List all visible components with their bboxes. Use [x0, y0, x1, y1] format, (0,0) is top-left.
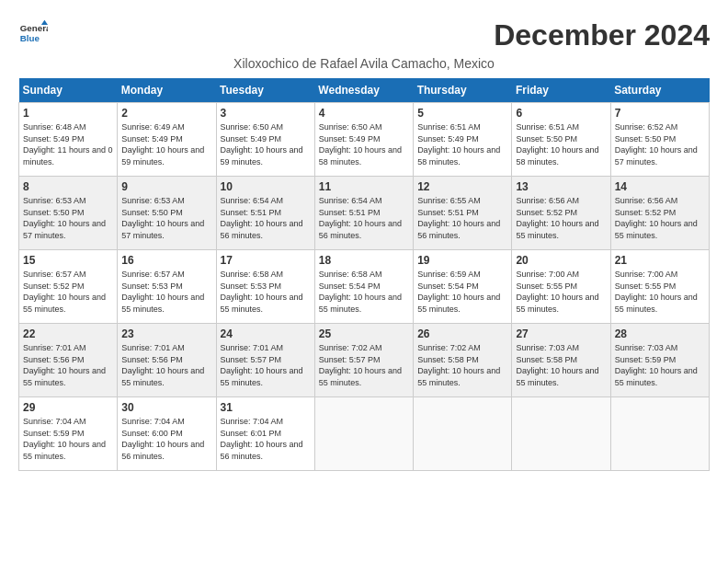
day-info: Sunrise: 6:49 AMSunset: 5:49 PMDaylight:… — [121, 122, 204, 167]
day-info: Sunrise: 7:01 AMSunset: 5:56 PMDaylight:… — [121, 343, 204, 387]
day-info: Sunrise: 6:58 AMSunset: 5:53 PMDaylight:… — [221, 270, 303, 314]
table-row: 8 Sunrise: 6:53 AMSunset: 5:50 PMDayligh… — [19, 177, 118, 250]
calendar-week-2: 8 Sunrise: 6:53 AMSunset: 5:50 PMDayligh… — [19, 177, 710, 250]
table-row — [414, 397, 512, 471]
table-row — [610, 397, 709, 471]
table-row: 28 Sunrise: 7:03 AMSunset: 5:59 PMDaylig… — [610, 324, 709, 397]
day-info: Sunrise: 6:50 AMSunset: 5:49 PMDaylight:… — [221, 122, 303, 167]
col-tuesday: Tuesday — [216, 78, 314, 103]
table-row: 15 Sunrise: 6:57 AMSunset: 5:52 PMDaylig… — [19, 250, 118, 324]
day-number: 15 — [23, 254, 113, 267]
svg-text:Blue: Blue — [20, 33, 40, 43]
day-number: 28 — [615, 327, 705, 340]
day-number: 4 — [319, 107, 409, 120]
day-number: 18 — [319, 254, 409, 267]
day-number: 3 — [221, 107, 311, 120]
day-number: 11 — [319, 180, 409, 193]
table-row: 18 Sunrise: 6:58 AMSunset: 5:54 PMDaylig… — [314, 250, 413, 324]
day-number: 27 — [516, 327, 606, 340]
day-number: 13 — [516, 180, 606, 193]
table-row — [512, 397, 610, 471]
day-info: Sunrise: 6:53 AMSunset: 5:50 PMDaylight:… — [121, 196, 204, 240]
day-number: 7 — [615, 107, 705, 120]
table-row: 12 Sunrise: 6:55 AMSunset: 5:51 PMDaylig… — [414, 177, 512, 250]
table-row: 7 Sunrise: 6:52 AMSunset: 5:50 PMDayligh… — [610, 103, 709, 177]
calendar-week-3: 15 Sunrise: 6:57 AMSunset: 5:52 PMDaylig… — [19, 250, 710, 324]
day-number: 30 — [121, 401, 211, 414]
day-info: Sunrise: 7:03 AMSunset: 5:59 PMDaylight:… — [615, 343, 698, 387]
day-info: Sunrise: 6:59 AMSunset: 5:54 PMDaylight:… — [417, 270, 500, 314]
day-info: Sunrise: 6:52 AMSunset: 5:50 PMDaylight:… — [615, 122, 698, 167]
day-info: Sunrise: 6:53 AMSunset: 5:50 PMDaylight:… — [23, 196, 106, 240]
day-number: 17 — [221, 254, 311, 267]
calendar-week-4: 22 Sunrise: 7:01 AMSunset: 5:56 PMDaylig… — [19, 324, 710, 397]
day-number: 24 — [221, 327, 311, 340]
day-number: 25 — [319, 327, 409, 340]
table-row: 3 Sunrise: 6:50 AMSunset: 5:49 PMDayligh… — [216, 103, 314, 177]
table-row: 14 Sunrise: 6:56 AMSunset: 5:52 PMDaylig… — [610, 177, 709, 250]
location-title: Xiloxochico de Rafael Avila Camacho, Mex… — [18, 56, 710, 71]
day-info: Sunrise: 7:04 AMSunset: 6:00 PMDaylight:… — [121, 417, 204, 461]
day-number: 22 — [23, 327, 113, 340]
logo: General Blue — [18, 18, 48, 48]
day-number: 31 — [221, 401, 311, 414]
calendar-table: Sunday Monday Tuesday Wednesday Thursday… — [18, 78, 710, 471]
day-info: Sunrise: 6:56 AMSunset: 5:52 PMDaylight:… — [516, 196, 598, 240]
day-info: Sunrise: 6:58 AMSunset: 5:54 PMDaylight:… — [319, 270, 402, 314]
table-row: 30 Sunrise: 7:04 AMSunset: 6:00 PMDaylig… — [118, 397, 216, 471]
day-number: 10 — [221, 180, 311, 193]
day-number: 12 — [417, 180, 507, 193]
day-number: 14 — [615, 180, 705, 193]
day-info: Sunrise: 6:51 AMSunset: 5:49 PMDaylight:… — [417, 122, 500, 167]
day-number: 20 — [516, 254, 606, 267]
day-number: 5 — [417, 107, 507, 120]
day-info: Sunrise: 6:57 AMSunset: 5:53 PMDaylight:… — [121, 270, 204, 314]
table-row: 29 Sunrise: 7:04 AMSunset: 5:59 PMDaylig… — [19, 397, 118, 471]
day-info: Sunrise: 7:00 AMSunset: 5:55 PMDaylight:… — [615, 270, 698, 314]
day-info: Sunrise: 7:01 AMSunset: 5:56 PMDaylight:… — [23, 343, 106, 387]
table-row: 11 Sunrise: 6:54 AMSunset: 5:51 PMDaylig… — [314, 177, 413, 250]
day-info: Sunrise: 6:54 AMSunset: 5:51 PMDaylight:… — [319, 196, 402, 240]
col-saturday: Saturday — [610, 78, 709, 103]
month-title: December 2024 — [494, 18, 710, 52]
table-row: 23 Sunrise: 7:01 AMSunset: 5:56 PMDaylig… — [118, 324, 216, 397]
table-row: 19 Sunrise: 6:59 AMSunset: 5:54 PMDaylig… — [414, 250, 512, 324]
day-number: 26 — [417, 327, 507, 340]
table-row: 26 Sunrise: 7:02 AMSunset: 5:58 PMDaylig… — [414, 324, 512, 397]
day-number: 8 — [23, 180, 113, 193]
table-row: 25 Sunrise: 7:02 AMSunset: 5:57 PMDaylig… — [314, 324, 413, 397]
day-number: 23 — [121, 327, 211, 340]
calendar-header: Sunday Monday Tuesday Wednesday Thursday… — [19, 78, 710, 103]
day-info: Sunrise: 7:04 AMSunset: 6:01 PMDaylight:… — [221, 417, 303, 461]
header: General Blue December 2024 — [18, 18, 710, 52]
day-info: Sunrise: 7:02 AMSunset: 5:58 PMDaylight:… — [417, 343, 500, 387]
col-friday: Friday — [512, 78, 610, 103]
day-number: 9 — [121, 180, 211, 193]
day-info: Sunrise: 6:56 AMSunset: 5:52 PMDaylight:… — [615, 196, 698, 240]
day-number: 1 — [23, 107, 113, 120]
col-thursday: Thursday — [414, 78, 512, 103]
day-info: Sunrise: 7:02 AMSunset: 5:57 PMDaylight:… — [319, 343, 402, 387]
calendar-body: 1 Sunrise: 6:48 AMSunset: 5:49 PMDayligh… — [19, 103, 710, 471]
table-row: 22 Sunrise: 7:01 AMSunset: 5:56 PMDaylig… — [19, 324, 118, 397]
day-number: 29 — [23, 401, 113, 414]
table-row: 2 Sunrise: 6:49 AMSunset: 5:49 PMDayligh… — [118, 103, 216, 177]
day-info: Sunrise: 6:50 AMSunset: 5:49 PMDaylight:… — [319, 122, 402, 167]
table-row: 27 Sunrise: 7:03 AMSunset: 5:58 PMDaylig… — [512, 324, 610, 397]
table-row: 16 Sunrise: 6:57 AMSunset: 5:53 PMDaylig… — [118, 250, 216, 324]
day-number: 6 — [516, 107, 606, 120]
col-sunday: Sunday — [19, 78, 118, 103]
table-row: 21 Sunrise: 7:00 AMSunset: 5:55 PMDaylig… — [610, 250, 709, 324]
table-row — [314, 397, 413, 471]
day-info: Sunrise: 6:57 AMSunset: 5:52 PMDaylight:… — [23, 270, 106, 314]
table-row: 1 Sunrise: 6:48 AMSunset: 5:49 PMDayligh… — [19, 103, 118, 177]
table-row: 17 Sunrise: 6:58 AMSunset: 5:53 PMDaylig… — [216, 250, 314, 324]
col-wednesday: Wednesday — [314, 78, 413, 103]
day-info: Sunrise: 7:00 AMSunset: 5:55 PMDaylight:… — [516, 270, 598, 314]
table-row: 20 Sunrise: 7:00 AMSunset: 5:55 PMDaylig… — [512, 250, 610, 324]
logo-icon: General Blue — [18, 18, 48, 48]
table-row: 6 Sunrise: 6:51 AMSunset: 5:50 PMDayligh… — [512, 103, 610, 177]
table-row: 13 Sunrise: 6:56 AMSunset: 5:52 PMDaylig… — [512, 177, 610, 250]
day-info: Sunrise: 7:03 AMSunset: 5:58 PMDaylight:… — [516, 343, 598, 387]
table-row: 10 Sunrise: 6:54 AMSunset: 5:51 PMDaylig… — [216, 177, 314, 250]
